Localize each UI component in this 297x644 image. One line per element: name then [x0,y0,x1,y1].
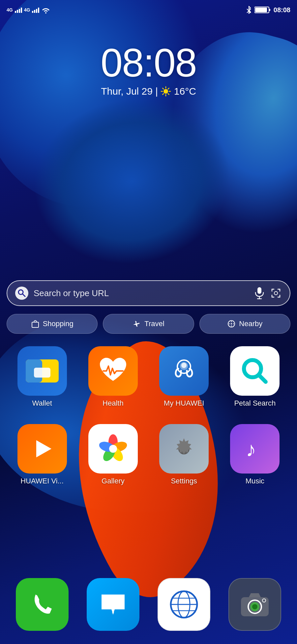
settings-icon [159,424,209,474]
svg-rect-14 [257,287,261,294]
wifi-icon [41,6,50,14]
music-icon: ♪ [230,424,280,474]
svg-line-32 [259,375,266,382]
clock-time: 08:08 [0,43,297,82]
network2-label: 4G [24,7,30,13]
chip-shopping-label: Shopping [43,320,74,328]
shopping-icon [31,320,40,328]
chip-travel-label: Travel [144,320,164,328]
status-left: 4G 4G [7,6,50,14]
wallet-icon [17,346,67,396]
health-label: Health [103,399,124,408]
chip-shopping[interactable]: Shopping [7,314,98,334]
battery-icon [254,6,271,14]
bluetooth-icon [246,6,252,14]
svg-rect-42 [102,595,125,609]
clock-date: Thur, Jul 29 | 16°C [0,86,297,98]
svg-marker-33 [36,440,51,457]
svg-point-39 [109,445,117,453]
camera-icon [228,578,281,631]
browser-icon [158,578,210,631]
quick-chips: Shopping Travel Nearby [7,314,290,334]
chip-travel[interactable]: Travel [103,314,194,334]
messages-icon [87,578,139,631]
dock-browser[interactable] [158,578,210,631]
chip-nearby-label: Nearby [239,320,262,328]
svg-line-9 [168,94,169,95]
svg-line-10 [168,88,169,89]
chip-nearby[interactable]: Nearby [199,314,290,334]
date-text: Thur, Jul 29 [101,86,153,97]
dock [7,578,290,631]
temperature-text: 16°C [174,86,196,97]
svg-point-17 [274,291,278,295]
signal-bars-1 [15,7,22,13]
settings-label: Settings [171,477,197,485]
app-petalsearch[interactable]: Petal Search [223,346,286,408]
status-bar: 4G 4G 08: [0,0,297,20]
svg-line-11 [163,94,164,95]
health-icon [88,346,138,396]
wallet-label: Wallet [32,399,52,408]
svg-point-30 [181,363,187,368]
status-right: 08:08 [246,6,290,14]
weather-sun-icon [161,86,171,97]
svg-point-20 [231,323,232,324]
app-settings[interactable]: Settings [153,424,215,485]
svg-rect-18 [32,322,39,327]
dock-phone[interactable] [16,578,69,631]
petalsearch-icon [230,346,280,396]
signal-bars-2 [32,7,39,13]
app-huaweivideo[interactable]: HUAWEI Vi... [11,424,74,485]
svg-rect-27 [34,368,50,378]
date-separator: | [155,86,161,97]
app-row-2: HUAWEI Vi... Ga [7,424,290,485]
network1-label: 4G [7,7,13,13]
app-row-1: Wallet Health [7,346,290,408]
scan-icon[interactable] [270,287,282,299]
myhuawei-icon [159,346,209,396]
svg-rect-1 [255,8,267,12]
search-bar[interactable]: Search or type URL [7,280,290,306]
mic-icon[interactable] [254,287,265,299]
clock-area: 08:08 Thur, Jul 29 | 16°C [0,43,297,98]
search-icon [15,287,28,300]
huaweivideo-icon [17,424,67,474]
petalsearch-label: Petal Search [234,399,276,408]
svg-line-8 [163,88,164,89]
huaweivideo-label: HUAWEI Vi... [20,477,64,485]
compass-icon [227,320,236,328]
dock-messages[interactable] [87,578,139,631]
gallery-icon [88,424,138,474]
myhuawei-label: My HUAWEI [164,399,204,408]
svg-point-3 [163,89,168,94]
status-time: 08:08 [274,6,290,14]
phone-icon [16,578,69,631]
svg-text:♪: ♪ [246,438,256,461]
music-label: Music [246,477,264,485]
search-placeholder[interactable]: Search or type URL [34,288,249,298]
app-gallery[interactable]: Gallery [82,424,144,485]
app-wallet[interactable]: Wallet [11,346,74,408]
svg-point-51 [252,604,257,609]
app-myhuawei[interactable]: My HUAWEI [153,346,215,408]
app-music[interactable]: ♪ Music [223,424,286,485]
search-bar-container[interactable]: Search or type URL [7,280,290,306]
dock-camera[interactable] [228,578,281,631]
svg-line-13 [23,294,25,297]
airplane-icon [133,320,141,328]
svg-rect-2 [269,9,270,11]
app-grid: Wallet Health [7,346,290,502]
app-health[interactable]: Health [82,346,144,408]
gallery-label: Gallery [102,477,125,485]
